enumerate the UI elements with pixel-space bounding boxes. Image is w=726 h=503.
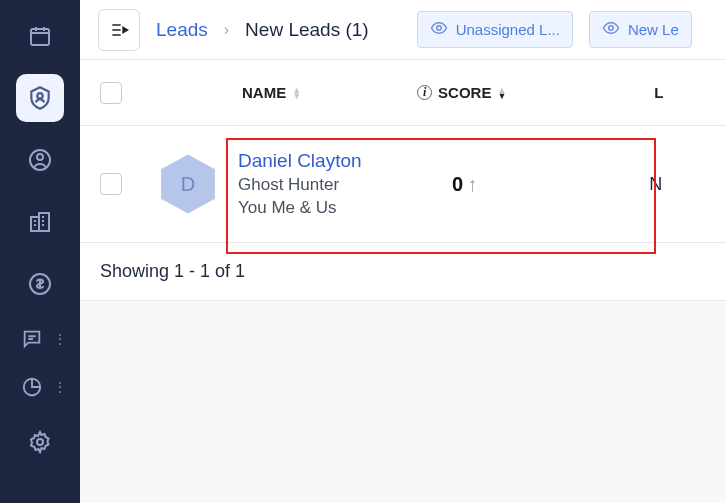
pie-icon [21,376,43,398]
extra-cell: N [649,174,662,195]
pagination-summary: Showing 1 - 1 of 1 [80,243,726,301]
filter-unassigned[interactable]: Unassigned L... [417,11,573,48]
info-icon: i [417,85,432,100]
toggle-panel-button[interactable] [98,9,140,51]
row-checkbox[interactable] [100,173,122,195]
chat-icon [21,328,43,350]
eye-icon [602,19,620,40]
eye-icon [430,19,448,40]
nav-deals[interactable] [16,260,64,308]
column-header-name[interactable]: NAME ▲▼ [242,84,301,101]
lead-title: Ghost Hunter [238,175,418,195]
score-cell: 0 ↑ [452,173,477,196]
svg-point-3 [37,154,43,160]
nav-calendar[interactable] [16,12,64,60]
table-row[interactable]: D Daniel Clayton Ghost Hunter You Me & U… [80,126,726,242]
column-label: NAME [242,84,286,101]
svg-point-9 [436,26,441,31]
avatar-initial: D [181,173,195,196]
column-header-score[interactable]: i SCORE ▲▼ [417,84,506,101]
lead-name-link[interactable]: Daniel Clayton [238,150,418,172]
table-header: NAME ▲▼ i SCORE ▲▼ L [80,60,726,126]
topbar: Leads › New Leads (1) Unassigned L... Ne… [80,0,726,60]
breadcrumb-root[interactable]: Leads [156,19,208,41]
nav-contacts[interactable] [16,136,64,184]
sidebar: ⋮ ⋮ [0,0,80,503]
nav-accounts[interactable] [16,198,64,246]
gear-icon [28,430,52,454]
lead-company: You Me & Us [238,198,418,218]
lead-badge-icon [27,85,53,111]
svg-point-10 [609,26,614,31]
score-value: 0 [452,173,463,196]
person-icon [28,148,52,172]
building-icon [28,210,52,234]
breadcrumb-current: New Leads (1) [245,19,369,41]
main-area: Leads › New Leads (1) Unassigned L... Ne… [80,0,726,503]
chevron-right-icon: › [224,21,229,39]
list-play-icon [109,20,129,40]
sort-icon: ▲▼ [292,87,301,99]
calendar-icon [28,24,52,48]
nav-reports[interactable] [15,370,49,404]
filter-new-leads[interactable]: New Le [589,11,692,48]
svg-rect-0 [31,29,49,45]
nav-messages[interactable] [15,322,49,356]
dollar-icon [28,272,52,296]
column-label: SCORE [438,84,491,101]
filter-label: New Le [628,21,679,38]
lead-info: Daniel Clayton Ghost Hunter You Me & Us [238,150,418,218]
avatar: D [156,152,220,216]
sort-icon: ▲▼ [497,87,506,99]
filter-label: Unassigned L... [456,21,560,38]
select-all-checkbox[interactable] [100,82,122,104]
column-header-l[interactable]: L [654,84,663,101]
svg-point-8 [37,439,43,445]
nav-reports-row: ⋮ [10,370,70,404]
kebab-icon[interactable]: ⋮ [53,379,66,395]
nav-messages-row: ⋮ [10,322,70,356]
nav-settings[interactable] [16,418,64,466]
kebab-icon[interactable]: ⋮ [53,331,66,347]
table-body: D Daniel Clayton Ghost Hunter You Me & U… [80,126,726,243]
nav-leads[interactable] [16,74,64,122]
trend-up-icon: ↑ [467,173,477,196]
svg-point-1 [37,93,42,98]
